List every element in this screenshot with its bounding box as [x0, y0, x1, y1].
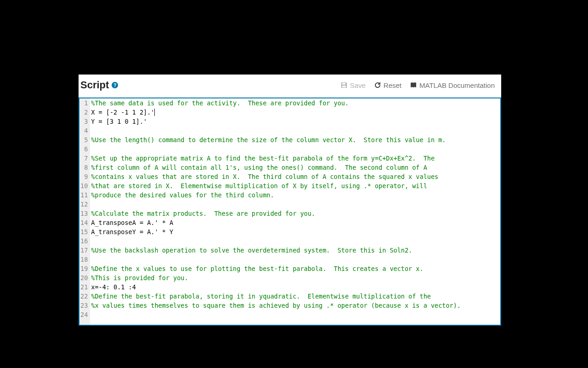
- line-number: 21: [80, 282, 88, 292]
- code-line[interactable]: %produce the desired values for the thir…: [91, 190, 500, 200]
- save-icon: [340, 81, 348, 89]
- code-line[interactable]: %The same data is used for the activity.…: [91, 98, 500, 108]
- line-number: 7: [80, 154, 88, 163]
- code-line[interactable]: A_transposeY = A.' * Y: [91, 227, 500, 236]
- line-number: 11: [80, 190, 88, 200]
- code-line[interactable]: Y = [3 1 0 1].': [91, 117, 500, 126]
- line-number: 9: [80, 172, 88, 181]
- code-line[interactable]: %Use the length() command to determine t…: [91, 135, 500, 144]
- panel-header: Script ? Save Reset MATLAB Documentati: [79, 75, 501, 98]
- code-line[interactable]: %that are stored in X. Elementwise multi…: [91, 181, 500, 190]
- line-number: 16: [80, 236, 88, 246]
- docs-label: MATLAB Documentation: [419, 81, 495, 89]
- code-line[interactable]: %This is provided for you.: [91, 273, 500, 282]
- line-number: 1: [80, 98, 88, 108]
- line-number: 18: [80, 255, 88, 264]
- line-number: 6: [80, 144, 88, 154]
- line-number: 23: [80, 301, 88, 310]
- panel-title: Script: [80, 79, 109, 91]
- save-label: Save: [350, 81, 366, 89]
- line-gutter: 123456789101112131415161718192021222324: [79, 98, 90, 325]
- line-number: 4: [80, 126, 88, 135]
- help-icon[interactable]: ?: [112, 82, 118, 88]
- code-line[interactable]: x=-4: 0.1 :4: [91, 282, 500, 292]
- line-number: 14: [80, 218, 88, 227]
- line-number: 5: [80, 135, 88, 144]
- reset-button[interactable]: Reset: [374, 81, 401, 89]
- line-number: 13: [80, 209, 88, 218]
- line-number: 22: [80, 292, 88, 301]
- code-line[interactable]: [91, 255, 500, 264]
- code-line[interactable]: X = [-2 -1 1 2].': [91, 108, 500, 117]
- code-line[interactable]: [91, 236, 500, 246]
- line-number: 12: [80, 200, 88, 209]
- code-editor[interactable]: 123456789101112131415161718192021222324 …: [79, 98, 501, 326]
- line-number: 10: [80, 181, 88, 190]
- script-panel: Script ? Save Reset MATLAB Documentati: [79, 75, 501, 326]
- code-line[interactable]: %Calculate the matrix products. These ar…: [91, 209, 500, 218]
- code-line[interactable]: %Use the backslash operation to solve th…: [91, 246, 500, 255]
- line-number: 20: [80, 273, 88, 282]
- code-line[interactable]: %x values times themselves to square the…: [91, 301, 500, 310]
- line-number: 3: [80, 117, 88, 126]
- code-line[interactable]: [91, 310, 500, 319]
- save-button[interactable]: Save: [340, 81, 366, 89]
- code-line[interactable]: %Define the best-fit parabola, storing i…: [91, 292, 500, 301]
- title-group: Script ?: [80, 79, 118, 91]
- code-line[interactable]: %Set up the appropriate matrix A to find…: [91, 154, 500, 163]
- book-icon: [410, 81, 417, 89]
- code-area[interactable]: %The same data is used for the activity.…: [90, 98, 500, 325]
- text-cursor: [154, 109, 155, 116]
- docs-button[interactable]: MATLAB Documentation: [410, 81, 495, 89]
- code-line[interactable]: %Define the x values to use for plotting…: [91, 264, 500, 273]
- line-number: 15: [80, 227, 88, 236]
- code-line[interactable]: %first column of A will contain all 1's,…: [91, 163, 500, 172]
- code-line[interactable]: %contains x values that are stored in X.…: [91, 172, 500, 181]
- code-line[interactable]: A_transposeA = A.' * A: [91, 218, 500, 227]
- toolbar: Save Reset MATLAB Documentation: [340, 81, 495, 89]
- reset-icon: [374, 81, 381, 89]
- reset-label: Reset: [384, 81, 401, 89]
- line-number: 19: [80, 264, 88, 273]
- line-number: 17: [80, 246, 88, 255]
- code-line[interactable]: [91, 144, 500, 154]
- line-number: 2: [80, 108, 88, 117]
- code-line[interactable]: [91, 200, 500, 209]
- code-line[interactable]: [91, 126, 500, 135]
- line-number: 8: [80, 163, 88, 172]
- line-number: 24: [80, 310, 88, 319]
